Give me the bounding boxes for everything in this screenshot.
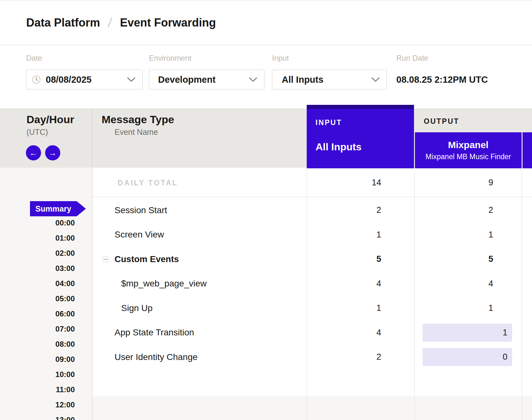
hour-row-0300[interactable]: 03:00	[0, 264, 75, 274]
environment-label: Environment	[149, 54, 192, 63]
input-count: 1	[307, 223, 398, 247]
output-count: 2	[415, 198, 507, 223]
table-row: Session Start 2 2	[92, 198, 532, 223]
breadcrumb-separator: /	[107, 15, 113, 30]
input-label: Input	[272, 54, 289, 63]
hour-row-0800[interactable]: 08:00	[0, 340, 75, 350]
hour-row-0200[interactable]: 02:00	[0, 249, 75, 259]
output-column-subtitle: Mixpanel MB Music Finder	[426, 153, 511, 161]
input-count: 5	[307, 247, 398, 272]
event-name: $mp_web_page_view	[121, 279, 207, 289]
column-divider	[92, 108, 92, 420]
output-count-highlighted: 1	[423, 324, 512, 342]
event-forwarding-page: Data Platform / Event Forwarding Date En…	[0, 0, 532, 420]
event-name-subheader: Event Name	[115, 128, 158, 137]
filter-bar: Date Environment Input Run Date 08/08/20…	[0, 45, 532, 108]
input-count: 2	[307, 198, 398, 223]
collapse-icon[interactable]	[103, 256, 109, 262]
output-column-header[interactable]: Mixpanel Mixpanel MB Music Finder	[415, 132, 522, 168]
page-title: Event Forwarding	[120, 16, 216, 29]
hour-row-1100[interactable]: 11:00	[0, 385, 75, 395]
column-divider	[522, 168, 522, 420]
output-section-label: OUTPUT	[424, 117, 459, 126]
hour-row-0900[interactable]: 09:00	[0, 355, 75, 365]
table-row-custom-events: Custom Events 5 5	[92, 247, 532, 272]
table-row: Screen View 1 1	[92, 223, 532, 247]
event-rows: Session Start 2 2 Screen View 1 1 Custom…	[92, 198, 532, 369]
arrow-right-icon: →	[49, 148, 57, 158]
chevron-down-icon[interactable]	[371, 77, 380, 82]
hour-row-0700[interactable]: 07:00	[0, 325, 75, 335]
date-value: 08/08/2025	[46, 75, 92, 85]
event-name: Screen View	[115, 230, 164, 240]
output-count-highlighted: 0	[423, 348, 512, 366]
hour-row-0400[interactable]: 04:00	[0, 279, 75, 289]
summary-row-tag[interactable]: Summary	[30, 201, 77, 216]
input-column-header[interactable]: INPUT All Inputs	[307, 105, 414, 168]
run-date-value: 08.08.25 2:12PM UTC	[396, 70, 488, 89]
input-count: 1	[307, 296, 398, 321]
output-count: 1	[415, 223, 507, 247]
previous-day-button[interactable]: ←	[26, 145, 41, 160]
next-output-column-header-partial	[523, 132, 532, 168]
table-row: $mp_web_page_view 4 4	[92, 272, 532, 296]
hour-row-0000[interactable]: 00:00	[0, 219, 75, 229]
output-count: 1	[415, 296, 507, 321]
output-column-title: Mixpanel	[448, 140, 488, 150]
breadcrumb: Data Platform / Event Forwarding	[0, 0, 532, 45]
daily-total-input-value: 14	[307, 168, 398, 197]
input-dropdown[interactable]: All Inputs	[272, 70, 387, 89]
table-footer-band	[92, 396, 532, 420]
day-hour-header: Day/Hour	[27, 113, 74, 126]
output-count: 4	[415, 272, 507, 296]
event-name: Sign Up	[121, 303, 153, 313]
breadcrumb-parent[interactable]: Data Platform	[26, 16, 100, 29]
hour-row-0500[interactable]: 05:00	[0, 294, 75, 304]
environment-value: Development	[158, 75, 216, 85]
event-name: Session Start	[115, 205, 167, 215]
table-row: User Identity Change 2 0	[92, 345, 532, 369]
hour-row-0600[interactable]: 06:00	[0, 309, 75, 320]
input-count: 4	[307, 321, 398, 345]
input-section-label: INPUT	[316, 118, 342, 127]
next-day-button[interactable]: →	[45, 145, 60, 160]
input-count: 4	[307, 272, 398, 296]
event-name: User Identity Change	[115, 352, 198, 362]
day-hour-timezone: (UTC)	[27, 128, 48, 137]
hour-row-1000[interactable]: 10:00	[0, 370, 75, 380]
date-dropdown[interactable]: 08/08/2025	[26, 70, 143, 89]
environment-dropdown[interactable]: Development	[149, 70, 264, 89]
input-count: 2	[307, 345, 398, 369]
column-divider	[307, 168, 307, 420]
hour-row-1300[interactable]: 13:00	[0, 416, 75, 420]
output-count: 5	[415, 247, 507, 272]
table-row: Sign Up 1 1	[92, 296, 532, 321]
daily-total-output-value: 9	[415, 168, 507, 197]
event-name: App State Transition	[115, 327, 194, 338]
clock-icon	[32, 75, 41, 84]
message-type-header: Message Type	[102, 113, 174, 126]
chevron-down-icon[interactable]	[127, 77, 135, 82]
input-column-title: All Inputs	[316, 141, 362, 153]
table-row: App State Transition 4 1	[92, 321, 532, 345]
chevron-down-icon[interactable]	[249, 77, 257, 82]
arrow-left-icon: ←	[29, 148, 38, 158]
date-label: Date	[26, 54, 42, 63]
run-date-label: Run Date	[396, 54, 428, 63]
daily-total-row: DAILY TOTAL 14 9	[92, 168, 532, 197]
hour-row-0100[interactable]: 01:00	[0, 234, 75, 244]
daily-total-label: DAILY TOTAL	[118, 179, 178, 187]
event-name: Custom Events	[115, 254, 179, 264]
summary-label: Summary	[35, 204, 71, 213]
input-value: All Inputs	[282, 75, 323, 85]
hour-row-1200[interactable]: 12:00	[0, 400, 75, 411]
column-divider	[414, 168, 415, 420]
